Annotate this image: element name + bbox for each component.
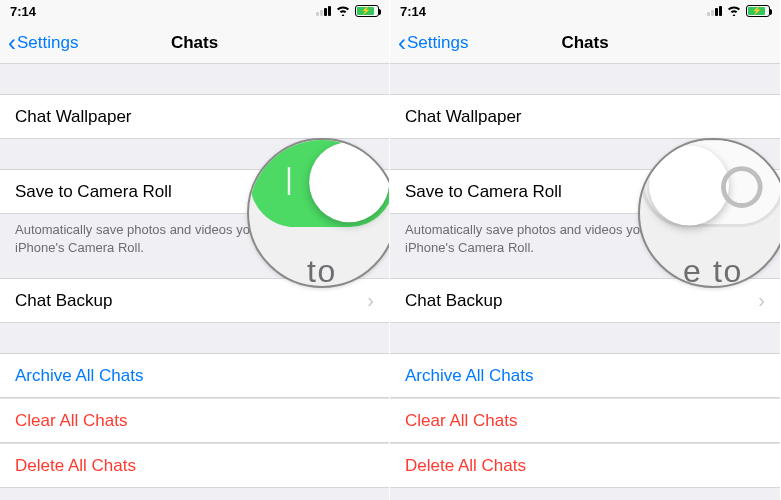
action-delete-all[interactable]: Delete All Chats [390, 443, 780, 488]
status-time: 7:14 [10, 4, 36, 19]
battery-icon: ⚡ [746, 5, 770, 17]
wifi-icon [335, 4, 351, 18]
magnifier-overlay: e to [638, 138, 780, 288]
magnified-cut-text: e to [683, 252, 743, 288]
action-archive-all[interactable]: Archive All Chats [0, 353, 389, 398]
action-delete-all[interactable]: Delete All Chats [0, 443, 389, 488]
row-label: Chat Wallpaper [15, 107, 132, 127]
action-clear-all[interactable]: Clear All Chats [0, 398, 389, 443]
back-button[interactable]: ‹ Settings [8, 31, 78, 55]
status-time: 7:14 [400, 4, 426, 19]
row-label: Save to Camera Roll [15, 182, 172, 202]
chevron-right-icon: › [367, 289, 374, 312]
status-bar: 7:14 ⚡ [390, 0, 780, 22]
cellular-signal-icon [707, 6, 722, 16]
status-bar: 7:14 ⚡ [0, 0, 389, 22]
back-button[interactable]: ‹ Settings [398, 31, 468, 55]
wifi-icon [726, 4, 742, 18]
battery-icon: ⚡ [355, 5, 379, 17]
magnified-cut-text: to [307, 252, 337, 288]
back-label: Settings [407, 33, 468, 53]
nav-bar: ‹ Settings Chats [0, 22, 389, 64]
screen-left: 7:14 ⚡ ‹ Settings Chats Chat Wallpaper S… [0, 0, 390, 500]
page-title: Chats [561, 33, 608, 53]
screen-right: 7:14 ⚡ ‹ Settings Chats Chat Wallpaper S… [390, 0, 780, 500]
row-label: Chat Wallpaper [405, 107, 522, 127]
row-chat-wallpaper[interactable]: Chat Wallpaper [0, 94, 389, 139]
cellular-signal-icon [316, 6, 331, 16]
row-label: Chat Backup [405, 291, 502, 311]
chevron-right-icon: › [758, 289, 765, 312]
page-title: Chats [171, 33, 218, 53]
row-label: Chat Backup [15, 291, 112, 311]
row-chat-wallpaper[interactable]: Chat Wallpaper [390, 94, 780, 139]
action-clear-all[interactable]: Clear All Chats [390, 398, 780, 443]
back-label: Settings [17, 33, 78, 53]
chevron-left-icon: ‹ [8, 31, 16, 55]
action-archive-all[interactable]: Archive All Chats [390, 353, 780, 398]
chevron-left-icon: ‹ [398, 31, 406, 55]
nav-bar: ‹ Settings Chats [390, 22, 780, 64]
magnifier-overlay: to [247, 138, 390, 288]
row-label: Save to Camera Roll [405, 182, 562, 202]
